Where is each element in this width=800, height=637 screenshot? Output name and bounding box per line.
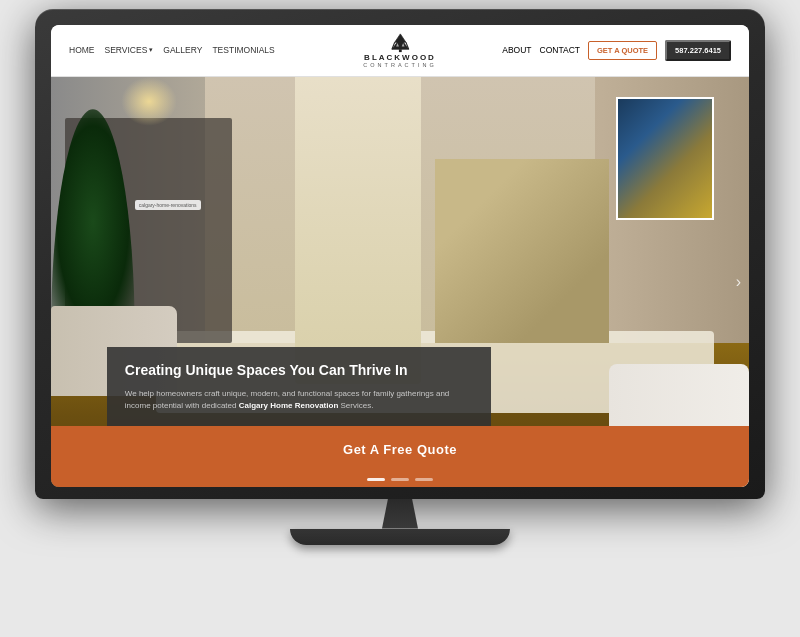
logo-name: BLACKWOOD xyxy=(364,54,436,62)
nav-contact[interactable]: CONTACT xyxy=(540,45,580,55)
logo-area: BLACKWOOD CONTRACTING xyxy=(363,32,436,68)
logo-icon xyxy=(386,32,414,54)
room-art xyxy=(616,97,714,220)
get-quote-button[interactable]: GET A QUOTE xyxy=(588,41,657,60)
nav-services[interactable]: SERVICES ▾ xyxy=(105,45,154,55)
monitor-body: HOME SERVICES ▾ GALLERY TESTIMONIALS xyxy=(35,9,765,499)
cta-bar[interactable]: Get A Free Quote xyxy=(51,426,749,472)
logo-sub: CONTRACTING xyxy=(363,62,436,68)
slide-dot-3[interactable] xyxy=(415,478,433,481)
monitor-bezel: HOME SERVICES ▾ GALLERY TESTIMONIALS xyxy=(51,25,749,487)
room-hallway xyxy=(295,77,421,385)
hero-section: calgary-home-renovations › Creating Uniq… xyxy=(51,77,749,487)
hero-overlay: Creating Unique Spaces You Can Thrive In… xyxy=(51,347,749,486)
room-chandelier xyxy=(121,77,177,126)
nav-links: HOME SERVICES ▾ GALLERY TESTIMONIALS xyxy=(69,45,275,55)
monitor-neck xyxy=(370,499,430,529)
hero-title: Creating Unique Spaces You Can Thrive In xyxy=(125,361,473,379)
nav-home[interactable]: HOME xyxy=(69,45,95,55)
hero-text-box: Creating Unique Spaces You Can Thrive In… xyxy=(107,347,491,425)
hero-description: We help homeowners craft unique, modern,… xyxy=(125,388,473,412)
svg-rect-2 xyxy=(399,49,402,52)
next-slide-button[interactable]: › xyxy=(736,273,741,291)
navigation: HOME SERVICES ▾ GALLERY TESTIMONIALS xyxy=(51,25,749,77)
nav-testimonials[interactable]: TESTIMONIALS xyxy=(212,45,274,55)
slide-dot-2[interactable] xyxy=(391,478,409,481)
cta-text[interactable]: Get A Free Quote xyxy=(343,442,457,457)
services-arrow-icon: ▾ xyxy=(149,46,153,54)
room-stairs xyxy=(435,159,610,344)
nav-left: HOME SERVICES ▾ GALLERY TESTIMONIALS xyxy=(69,45,275,55)
monitor-wrapper: HOME SERVICES ▾ GALLERY TESTIMONIALS xyxy=(20,9,780,629)
phone-button[interactable]: 587.227.6415 xyxy=(665,40,731,61)
hero-highlight: Calgary Home Renovation xyxy=(239,401,339,410)
monitor-base xyxy=(290,529,510,545)
slide-dot-1[interactable] xyxy=(367,478,385,481)
image-watermark: calgary-home-renovations xyxy=(135,200,201,210)
nav-about[interactable]: ABOUT xyxy=(502,45,531,55)
screen: HOME SERVICES ▾ GALLERY TESTIMONIALS xyxy=(51,25,749,487)
nav-gallery[interactable]: GALLERY xyxy=(163,45,202,55)
slider-dots xyxy=(51,472,749,487)
nav-right: ABOUT CONTACT GET A QUOTE 587.227.6415 xyxy=(502,40,731,61)
